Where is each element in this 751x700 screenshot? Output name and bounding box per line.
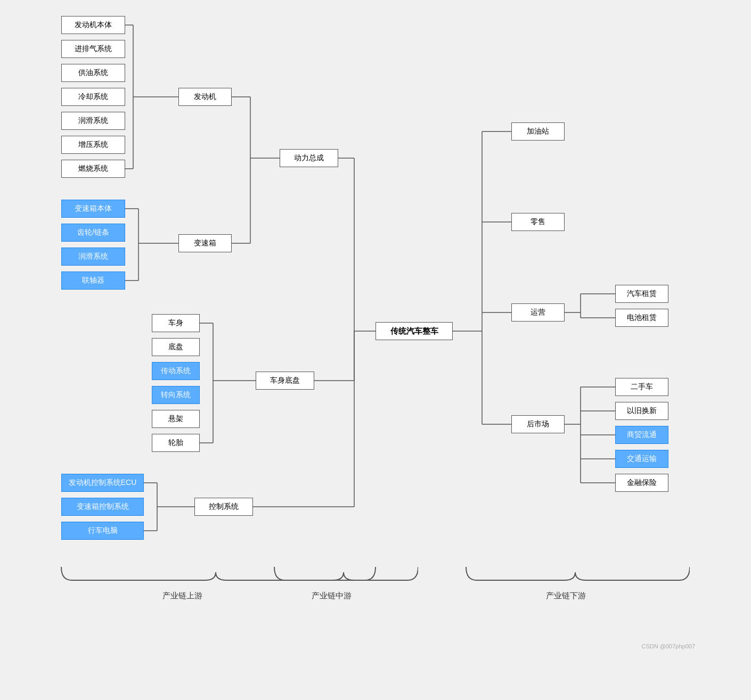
node-biansuxiang-benti: 变速箱本体 — [61, 200, 125, 218]
watermark: CSDN @007php007 — [642, 643, 695, 649]
node-chassis: 车身底盘 — [256, 372, 314, 390]
node-fadongji-benti: 发动机本体 — [61, 16, 125, 34]
node-ecu: 发动机控制系统ECU — [61, 474, 144, 492]
node-jinrong-baoxian: 金融保险 — [615, 474, 668, 492]
node-lingshou: 零售 — [511, 213, 565, 231]
node-xuanjia: 悬架 — [152, 410, 200, 428]
node-qiche-zulin: 汽车租赁 — [615, 285, 668, 303]
node-chuandong: 传动系统 — [152, 362, 200, 380]
node-control: 控制系统 — [194, 498, 253, 516]
node-gearbox: 变速箱 — [178, 234, 232, 252]
downstream-label: 产业链下游 — [546, 591, 586, 601]
node-jiayouzhan: 加油站 — [511, 122, 565, 141]
diagram: 发动机本体 进排气系统 供油系统 冷却系统 润滑系统 增压系统 燃烧系统 发动机… — [56, 11, 695, 649]
node-xingche-diannao: 行车电脑 — [61, 522, 144, 540]
node-ershouche: 二手车 — [615, 378, 668, 396]
node-cheshen: 车身 — [152, 314, 200, 332]
node-yijiu-huanxin: 以旧换新 — [615, 402, 668, 420]
node-lenquexitong: 冷却系统 — [61, 88, 125, 106]
node-runhuaxitong-eng: 润滑系统 — [61, 112, 125, 130]
node-powertrain: 动力总成 — [280, 149, 338, 167]
node-yunying: 运营 — [511, 303, 565, 322]
node-runhua-trans: 润滑系统 — [61, 248, 125, 266]
node-lianzhouqi: 联轴器 — [61, 271, 125, 290]
node-jinpaiqixitong: 进排气系统 — [61, 40, 125, 58]
node-main-vehicle: 传统汽车整车 — [376, 322, 453, 340]
node-gongyouxitong: 供油系统 — [61, 64, 125, 82]
node-luntai: 轮胎 — [152, 434, 200, 452]
node-shangmao-liutong: 商贸流通 — [615, 426, 668, 444]
node-zhuanxiang: 转向系统 — [152, 386, 200, 404]
node-ranshao: 燃烧系统 — [61, 160, 125, 178]
brace-midstream — [269, 564, 418, 586]
node-chilun-liantiao: 齿轮/链条 — [61, 224, 125, 242]
node-dipan: 底盘 — [152, 338, 200, 356]
node-biansuxiang-control: 变速箱控制系统 — [61, 498, 144, 516]
upstream-label: 产业链上游 — [162, 591, 202, 601]
midstream-label: 产业链中游 — [312, 591, 352, 601]
brace-downstream — [461, 564, 690, 586]
node-houshichang: 后市场 — [511, 415, 565, 433]
node-jiaotong-yunshu: 交通运输 — [615, 450, 668, 468]
node-engine: 发动机 — [178, 88, 232, 106]
node-zengyaxitong: 增压系统 — [61, 136, 125, 154]
node-dianchi-zulin: 电池租赁 — [615, 309, 668, 327]
